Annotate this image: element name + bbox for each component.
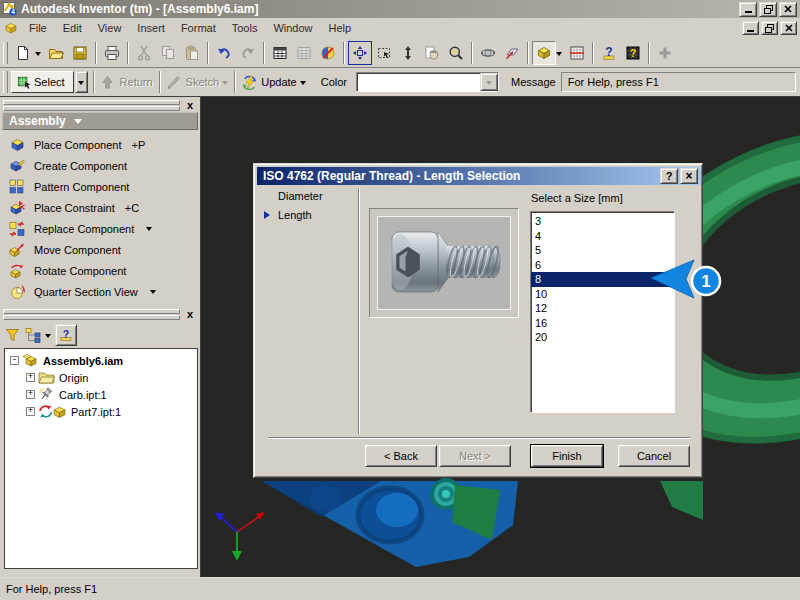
panel-item-replace-component[interactable]: Replace Component [2, 218, 198, 239]
menu-item[interactable]: Window [265, 19, 320, 38]
cut-button[interactable] [132, 41, 156, 65]
select-button[interactable]: Select [11, 71, 74, 93]
zoom-button[interactable] [396, 41, 420, 65]
panel-item-quarter-section-view[interactable]: Quarter Section View [2, 281, 198, 302]
panel-item-place-component[interactable]: Place Component +P [2, 134, 198, 155]
new-document-button[interactable] [11, 41, 35, 65]
panel-item-rotate-component[interactable]: Rotate Component [2, 260, 198, 281]
panel-item-pattern-component[interactable]: Pattern Component [2, 176, 198, 197]
restore-button[interactable] [759, 2, 777, 17]
browser-close-button[interactable]: x [184, 309, 196, 321]
panel-item-place-constraint[interactable]: Place Constraint +C [2, 197, 198, 218]
save-button[interactable] [68, 41, 92, 65]
tree-node-part7[interactable]: + Part7.ipt:1 [5, 403, 197, 420]
menu-item[interactable]: Format [173, 19, 224, 38]
menu-item[interactable]: View [90, 19, 130, 38]
dialog-close-button[interactable]: × [680, 168, 698, 184]
dialog-title-bar[interactable]: ISO 4762 (Regular Thread) - Length Selec… [257, 167, 701, 185]
pan-button[interactable] [420, 41, 444, 65]
color-combobox[interactable] [356, 72, 499, 92]
copy-button[interactable] [156, 41, 180, 65]
spreadsheet-button[interactable] [268, 41, 292, 65]
minimize-icon [747, 30, 754, 32]
update-button[interactable] [239, 70, 259, 94]
hierarchy-button[interactable] [25, 327, 51, 343]
close-button[interactable] [779, 2, 797, 17]
menu-item[interactable]: Help [321, 19, 360, 38]
update-sphere-button[interactable] [316, 41, 340, 65]
folder-icon [38, 370, 56, 385]
shaded-display-dropdown[interactable] [556, 52, 562, 59]
menu-item[interactable]: File [21, 19, 55, 38]
size-list-label: Select a Size [mm] [531, 192, 623, 204]
panel-item-move-component[interactable]: Move Component [2, 239, 198, 260]
open-button[interactable] [44, 41, 68, 65]
combobox-dropdown[interactable] [480, 73, 498, 91]
new-dropdown[interactable] [35, 52, 41, 59]
expand-toggle[interactable]: + [26, 373, 35, 382]
minimize-button[interactable] [739, 2, 757, 17]
help-button[interactable]: ? [597, 41, 621, 65]
orbit-button[interactable] [476, 41, 500, 65]
whats-this-button[interactable]: ? [621, 41, 645, 65]
paste-button[interactable] [180, 41, 204, 65]
dialog-step[interactable]: Diameter [262, 186, 356, 205]
zoom-selected-button[interactable] [444, 41, 468, 65]
redo-button[interactable] [236, 41, 260, 65]
panel-drag-handle[interactable]: x [3, 100, 196, 111]
undo-button[interactable] [212, 41, 236, 65]
menu-item[interactable]: Edit [55, 19, 90, 38]
panel-bar: x Assembly Place Component +P Create Com… [0, 97, 201, 577]
return-button[interactable] [98, 70, 118, 94]
add-button[interactable] [653, 41, 677, 65]
size-listbox[interactable]: 3456810121620 [530, 211, 675, 413]
dialog-help-button[interactable]: ? [660, 168, 678, 184]
svg-text:4: 4 [11, 8, 15, 15]
tree-node-root[interactable]: - Assembly6.iam [5, 352, 197, 369]
place-component-icon [9, 137, 27, 153]
tree-node-origin[interactable]: + Origin [5, 369, 197, 386]
filter-button[interactable] [4, 327, 21, 343]
child-close-button[interactable] [780, 21, 797, 35]
tree-node-label: Part7.ipt:1 [71, 406, 121, 418]
select-button-group: Select [11, 71, 88, 93]
print-button[interactable] [100, 41, 124, 65]
look-at-button[interactable] [500, 41, 524, 65]
tree-node-carb[interactable]: + Carb.ipt:1 [5, 386, 197, 403]
finish-button[interactable]: Finish [531, 445, 603, 467]
size-option[interactable]: 20 [531, 330, 674, 345]
sketch-dropdown[interactable] [222, 81, 228, 88]
parameters-button[interactable] [292, 41, 316, 65]
cancel-button[interactable]: Cancel [618, 445, 690, 467]
menu-item[interactable]: Insert [129, 19, 173, 38]
update-dropdown[interactable] [300, 81, 306, 88]
panel-item-create-component[interactable]: Create Component [2, 155, 198, 176]
toolbar-grip[interactable] [3, 42, 8, 64]
expand-toggle[interactable]: + [26, 390, 35, 399]
size-option[interactable]: 16 [531, 316, 674, 331]
child-restore-button[interactable] [761, 21, 778, 35]
parameters-icon [296, 45, 312, 61]
size-option[interactable]: 4 [531, 229, 674, 244]
slice-graphics-button[interactable] [565, 41, 589, 65]
menu-item[interactable]: Tools [224, 19, 266, 38]
back-button[interactable]: < Back [365, 445, 437, 467]
zoom-window-button[interactable] [372, 41, 396, 65]
dialog-step[interactable]: Length [262, 205, 356, 224]
browser-help-button[interactable]: ? [55, 324, 77, 346]
panel-menu-assembly[interactable]: Assembly [2, 112, 198, 130]
size-option[interactable]: 3 [531, 214, 674, 229]
child-minimize-button[interactable] [742, 21, 759, 35]
place-constraint-icon [9, 200, 27, 216]
panel-close-button[interactable]: x [184, 100, 196, 112]
panel-item-label: Pattern Component [34, 181, 129, 193]
expand-toggle[interactable]: + [26, 407, 35, 416]
size-option[interactable]: 5 [531, 243, 674, 258]
zoom-all-button[interactable] [348, 41, 372, 65]
browser-drag-handle[interactable]: x [3, 309, 196, 320]
shaded-display-button[interactable] [532, 41, 556, 65]
sketch-button[interactable] [164, 70, 184, 94]
collapse-toggle[interactable]: - [10, 356, 19, 365]
toolbar-grip[interactable] [3, 71, 8, 93]
select-dropdown[interactable] [75, 71, 88, 93]
